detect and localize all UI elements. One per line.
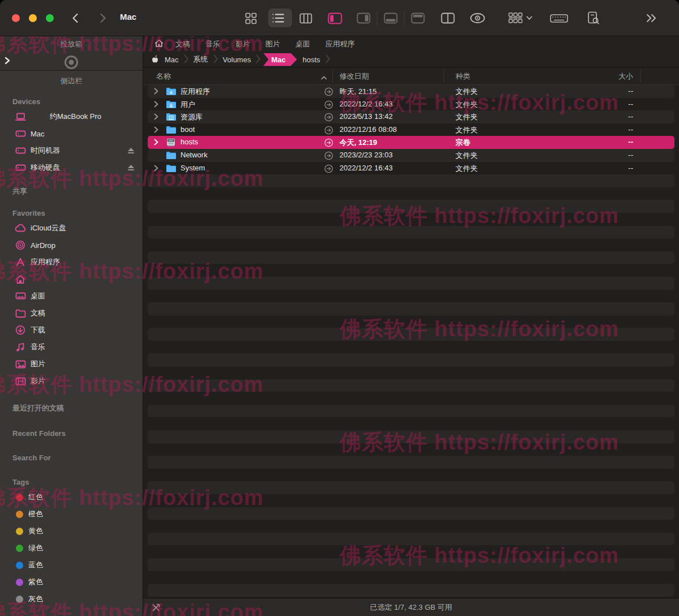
file-row[interactable]: A 应用程序 昨天, 21:15 文件夹 -- [143,85,679,98]
sidebar-item-time-machine[interactable]: 时间机器 [0,142,143,159]
list-view-button[interactable] [272,9,285,27]
toggle-panel-top-button[interactable] [411,9,425,27]
sidebar-item-downloads[interactable]: 下载 [0,322,143,339]
group-grid-icon [508,12,523,24]
file-list: A 应用程序 昨天, 21:15 文件夹 -- 用户 2022/12/2 16:… [143,85,679,598]
sidebar-item-label: 约MacBook Pro [50,112,101,122]
sidebar-tag-grey[interactable]: 灰色 [0,591,143,608]
empty-row-stripe [148,430,674,443]
sidebar-item-applications[interactable]: 应用程序 [0,254,143,271]
sidebar-item-macbook-pro[interactable]: 约MacBook Pro [0,108,143,125]
split-view-button[interactable] [441,9,455,27]
favbar-item-music[interactable]: 音乐 [205,39,220,49]
folder-icon [166,113,176,122]
sidebar-tag-green[interactable]: 绿色 [0,540,143,557]
column-header-kind[interactable]: 种类 [455,71,470,82]
favbar-item-desktop[interactable]: 桌面 [295,39,310,49]
zoom-window-button[interactable] [46,14,54,22]
favbar-item-movies[interactable]: 影片 [235,39,250,49]
icon-view-button[interactable] [245,9,257,27]
breadcrumb-mac-volume-active[interactable]: Mac [263,53,296,66]
tag-label: 灰色 [28,594,43,604]
sidebar-tag-red[interactable]: 红色 [0,489,143,506]
path-bar: Mac 系统 Volumes Mac hosts [143,52,679,67]
file-kind: 文件夹 [455,151,478,161]
toggle-panel-right-button[interactable] [356,9,371,27]
disclosure-chevron-icon[interactable] [154,88,158,96]
sidebar-item-documents[interactable]: 文稿 [0,305,143,322]
column-divider[interactable] [640,70,641,83]
go-arrow-icon[interactable] [324,87,333,98]
sidebar-tag-purple[interactable]: 紫色 [0,574,143,591]
disclosure-chevron-icon[interactable] [154,139,158,147]
sidebar-item-external-drive[interactable]: 移动硬盘 [0,159,143,176]
file-row[interactable]: boot 2022/12/16 08:08 文件夹 -- [143,123,679,136]
breadcrumb-hosts[interactable]: hosts [303,52,320,67]
sidebar-tag-orange[interactable]: 橙色 [0,506,143,523]
disclosure-chevron-icon[interactable] [154,165,158,173]
sidebar-item-label: Mac [31,130,45,138]
sidebar-item-home[interactable] [0,271,143,288]
column-header-date[interactable]: 修改日期 [340,71,369,82]
file-size: -- [589,125,633,134]
go-arrow-icon[interactable] [324,151,333,162]
sidebar-item-music[interactable]: 音乐 [0,339,143,356]
sidebar-item-airdrop[interactable]: AirDrop [0,237,143,254]
disclosure-chevron-icon[interactable] [154,126,158,135]
dropbox-collapse-chevron[interactable] [5,57,10,67]
close-window-button[interactable] [12,14,20,22]
folder-icon [166,164,176,174]
empty-rows-stripes [143,174,679,597]
quick-look-button[interactable] [470,9,485,27]
sidebar-item-pictures[interactable]: 图片 [0,356,143,373]
sort-ascending-icon[interactable] [321,73,327,82]
file-row-selected[interactable]: hosts 今天, 12:19 宗卷 -- [143,136,679,149]
column-header-row: 名称 修改日期 种类 大小 [143,67,679,85]
go-arrow-icon[interactable] [324,100,333,111]
favbar-item-documents[interactable]: 文稿 [175,39,190,49]
back-button[interactable] [72,9,79,27]
column-divider[interactable] [332,70,333,83]
sidebar-tag-yellow[interactable]: 黄色 [0,523,143,540]
go-arrow-icon[interactable] [324,164,333,175]
tag-label: 绿色 [28,543,43,553]
minimize-window-button[interactable] [29,14,37,22]
home-icon[interactable] [154,39,164,49]
file-row[interactable]: 资源库 2023/5/13 13:42 文件夹 -- [143,110,679,123]
file-row[interactable]: System 2022/12/2 16:43 文件夹 -- [143,162,679,175]
resize-diagonal-icon[interactable] [151,602,161,614]
column-header-size[interactable]: 大小 [589,71,633,82]
keyboard-button[interactable] [550,9,568,27]
breadcrumb-mac[interactable]: Mac [165,52,179,67]
more-toolbar-items-button[interactable] [646,9,657,27]
sidebar-item-mac[interactable]: Mac [0,125,143,142]
file-row[interactable]: Network 2023/2/23 23:03 文件夹 -- [143,149,679,162]
toggle-sidebar-left-button[interactable] [328,9,342,27]
sidebar-item-icloud[interactable]: iCloud云盘 [0,220,143,237]
disclosure-chevron-icon[interactable] [154,113,158,122]
toggle-panel-bottom-button[interactable] [384,9,398,27]
breadcrumb-volumes[interactable]: Volumes [223,52,251,67]
search-document-button[interactable] [587,9,600,27]
column-divider[interactable] [444,70,444,83]
eject-button[interactable] [127,164,135,173]
favbar-item-pictures[interactable]: 图片 [265,39,280,49]
eject-button[interactable] [127,147,135,156]
group-by-button[interactable] [508,9,532,27]
forward-button[interactable] [100,9,106,27]
apple-logo-icon[interactable] [151,54,159,65]
column-header-name[interactable]: 名称 [156,71,171,82]
disclosure-chevron-icon[interactable] [154,101,158,109]
go-arrow-icon[interactable] [324,138,333,149]
breadcrumb-system[interactable]: 系统 [194,52,208,67]
favbar-item-applications[interactable]: 应用程序 [325,39,355,49]
file-row[interactable]: 用户 2022/12/2 16:43 文件夹 -- [143,98,679,111]
sidebar-item-desktop[interactable]: 桌面 [0,288,143,305]
column-view-button[interactable] [299,9,312,27]
sidebar-tag-blue[interactable]: 蓝色 [0,557,143,574]
dropbox-target-icon[interactable] [64,55,79,72]
home-icon [15,275,26,284]
go-arrow-icon[interactable] [324,113,333,123]
sidebar-item-movies[interactable]: 影片 [0,373,143,390]
go-arrow-icon[interactable] [324,126,333,136]
